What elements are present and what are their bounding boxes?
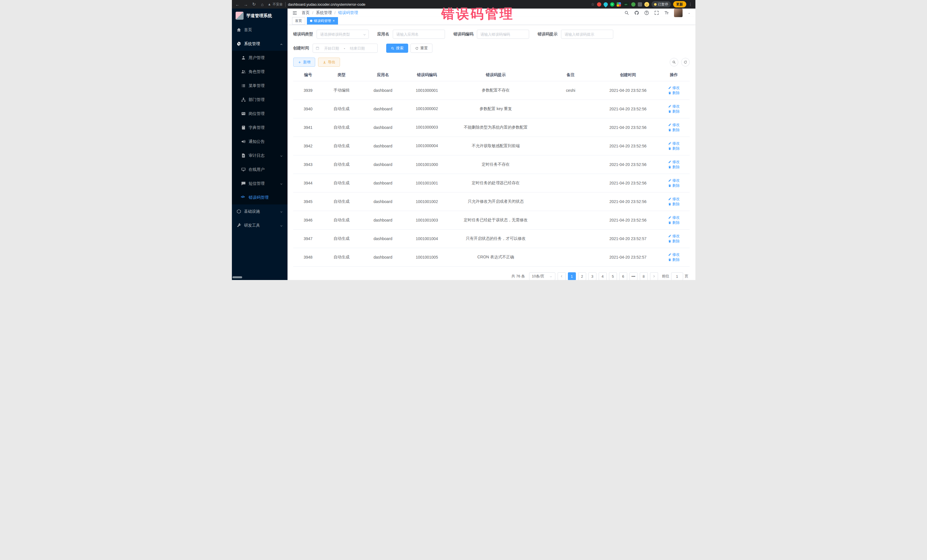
col-header-type[interactable]: 类型 [323,69,360,81]
breadcrumb-home[interactable]: 首页 [302,10,310,15]
sidebar-scrollbar-thumb[interactable] [233,276,242,278]
col-header-code[interactable]: 错误码编码 [406,69,448,81]
col-header-hint[interactable]: 错误码提示 [448,69,544,81]
edit-link[interactable]: 修改 [668,196,680,202]
extensions-puzzle-icon[interactable] [638,2,642,6]
edit-link[interactable]: 修改 [668,252,680,257]
error-code-input[interactable] [477,30,529,39]
extension-icon-on-badge[interactable]: on [623,2,629,6]
col-header-time[interactable]: 创建时间 [598,69,658,81]
app-name-input[interactable] [393,30,445,39]
delete-link[interactable]: 删除 [668,257,680,262]
search-button[interactable]: 搜索 [386,44,408,53]
delete-link[interactable]: 删除 [668,164,680,170]
close-tab-icon[interactable]: × [333,19,335,23]
browser-menu-icon[interactable]: ⋮ [688,2,693,6]
page-button-3[interactable]: 3 [588,272,596,280]
col-header-app[interactable]: 应用名 [360,69,406,81]
page-button-1[interactable]: 1 [568,272,576,280]
edit-link[interactable]: 修改 [668,104,680,109]
app-logo[interactable]: 芋道管理系统 [232,9,287,23]
add-button[interactable]: 新增 [293,58,315,67]
delete-link[interactable]: 删除 [668,90,680,96]
error-type-select-input[interactable] [317,30,369,39]
tab-error-code[interactable]: 错误码管理 × [307,17,338,24]
sidebar-item-notices[interactable]: 通知公告 [232,135,287,149]
browser-reload-icon[interactable]: ↻ [251,2,257,7]
page-size-select[interactable]: 10条/页 [529,272,555,280]
delete-link[interactable]: 删除 [668,109,680,114]
sidebar-item-dictionary[interactable]: 字典管理 [232,121,287,135]
sidebar-item-sms[interactable]: 短信管理 [232,176,287,190]
sidebar-item-devtools[interactable]: 研发工具 [232,219,287,232]
extension-icon-green[interactable]: V [610,2,614,6]
search-icon[interactable] [624,10,629,15]
error-hint-input[interactable] [561,30,613,39]
avatar-caret-down-icon[interactable] [687,11,691,15]
extension-icon-drop[interactable] [602,1,608,7]
refresh-table-button[interactable] [681,58,690,67]
sidebar-item-home[interactable]: 首页 [232,23,287,37]
sidebar-item-infrastructure[interactable]: 基础设施 [232,205,287,219]
edit-link[interactable]: 修改 [668,85,680,90]
page-button-6[interactable]: 6 [619,272,627,280]
sidebar-item-departments[interactable]: 部门管理 [232,93,287,107]
date-range-picker[interactable]: - [313,44,378,53]
extension-icon-leaf[interactable] [631,2,635,6]
reset-button[interactable]: 重置 [410,44,432,53]
tab-home[interactable]: 首页 [292,17,305,24]
address-bar[interactable]: ▲ 不安全 dashboard.yudao.iocoder.cn/system/… [268,2,588,7]
browser-home-icon[interactable]: ⌂ [260,2,265,7]
sidebar-item-positions[interactable]: 岗位管理 [232,107,287,121]
col-header-remark[interactable]: 备注 [544,69,598,81]
sidebar-item-users[interactable]: 用户管理 [232,51,287,65]
goto-page-input[interactable] [671,272,683,280]
browser-update-button[interactable]: 更新 [673,1,686,8]
page-button-4[interactable]: 4 [599,272,607,280]
sidebar-item-system[interactable]: 系统管理 [232,37,287,51]
edit-link[interactable]: 修改 [668,234,680,239]
fullscreen-icon[interactable] [654,10,659,15]
error-type-select[interactable] [317,30,369,39]
edit-link[interactable]: 修改 [668,122,680,127]
sidebar-item-menus[interactable]: 菜单管理 [232,79,287,93]
user-avatar[interactable] [674,9,682,17]
sidebar-item-online-users[interactable]: 在线用户 [232,162,287,176]
github-icon[interactable] [634,10,639,15]
toggle-search-button[interactable] [670,58,678,67]
paused-badge[interactable]: 已暂停 [652,1,671,8]
delete-link[interactable]: 删除 [668,127,680,133]
collapse-sidebar-icon[interactable] [292,10,298,16]
edit-link[interactable]: 修改 [668,141,680,146]
font-size-icon[interactable] [664,10,669,15]
sidebar-item-audit-log[interactable]: 审计日志 [232,149,287,162]
browser-profile-avatar[interactable]: ☺ [644,2,649,7]
start-date-input[interactable] [321,46,343,50]
page-button-5[interactable]: 5 [609,272,617,280]
delete-link[interactable]: 删除 [668,183,680,188]
col-header-id[interactable]: 编号 [293,69,323,81]
browser-back-icon[interactable]: ← [235,2,240,7]
extension-icon-grid[interactable] [617,2,621,6]
browser-forward-icon[interactable]: → [243,2,249,7]
sidebar-item-error-code[interactable]: </> 错误码管理 [232,190,287,205]
page-ellipsis-button[interactable]: ••• [629,272,637,280]
delete-link[interactable]: 删除 [668,146,680,151]
edit-link[interactable]: 修改 [668,215,680,220]
help-icon[interactable] [644,10,649,15]
security-warning[interactable]: ▲ 不安全 [268,2,286,7]
delete-link[interactable]: 删除 [668,220,680,225]
edit-link[interactable]: 修改 [668,159,680,164]
next-page-button[interactable] [650,272,658,280]
extension-icon-red[interactable] [597,2,601,6]
export-button[interactable]: 导出 [318,58,340,67]
page-button-8[interactable]: 8 [640,272,648,280]
prev-page-button[interactable] [558,272,565,280]
end-date-input[interactable] [346,46,368,50]
sidebar-item-roles[interactable]: 角色管理 [232,65,287,79]
bookmark-star-icon[interactable]: ☆ [591,2,595,6]
page-button-2[interactable]: 2 [578,272,586,280]
delete-link[interactable]: 删除 [668,239,680,244]
edit-link[interactable]: 修改 [668,178,680,183]
delete-link[interactable]: 删除 [668,202,680,207]
